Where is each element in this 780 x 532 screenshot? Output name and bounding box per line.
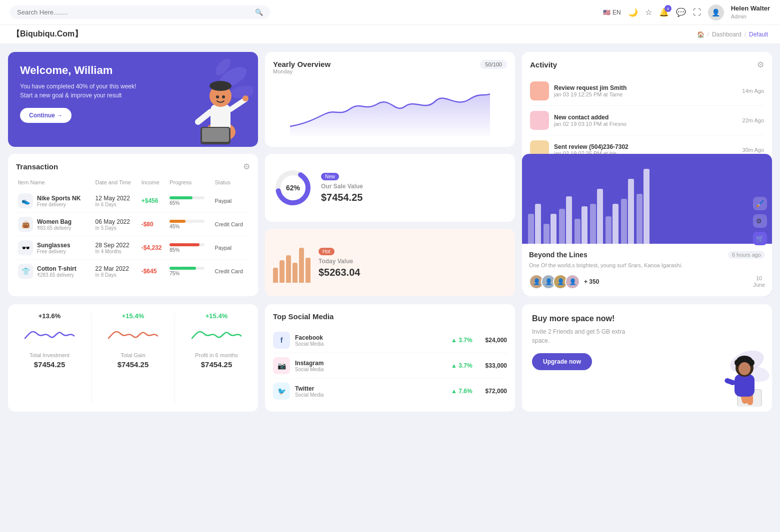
today-value: $5263.04 bbox=[318, 267, 360, 278]
item-name: Cotton T-shirt bbox=[37, 265, 76, 272]
activity-item-sub: jan 03 19 12:25 PM at Tame bbox=[554, 91, 738, 97]
table-header-row: Item Name Date and Time Income Progress … bbox=[16, 177, 250, 189]
sep1: / bbox=[708, 31, 709, 38]
user-name: Helen Walter bbox=[731, 4, 770, 13]
beyond-desc: One Of the world,s brightest, young surf… bbox=[529, 262, 765, 269]
top-navigation: 🔍 🇺🇸 EN 🌙 ☆ 🔔 4 💬 ⛶ 👤 Helen Walter Admin bbox=[0, 0, 780, 25]
bar-group-1 bbox=[528, 204, 541, 244]
user-avatar[interactable]: 👤 bbox=[708, 4, 724, 20]
stat-investment-pct: +13.6% bbox=[16, 312, 83, 320]
income-value: -$4,232 bbox=[142, 244, 162, 251]
today-info: Hot Today Value $5263.04 bbox=[318, 247, 360, 278]
social-item: 🐦 Twitter Social Media ▲ 7.6% $72,000 bbox=[273, 379, 507, 404]
activity-settings-icon[interactable]: ⚙ bbox=[757, 60, 764, 69]
income-value: -$645 bbox=[142, 268, 157, 275]
topnav-right: 🇺🇸 EN 🌙 ☆ 🔔 4 💬 ⛶ 👤 Helen Walter Admin bbox=[603, 4, 770, 20]
upgrade-button[interactable]: Upgrade now bbox=[532, 353, 592, 370]
social-sub: Social Media bbox=[295, 341, 324, 347]
progress-cell: 75% bbox=[168, 260, 212, 283]
svg-point-9 bbox=[210, 81, 232, 91]
activity-item-title: Review request jim Smith bbox=[554, 84, 738, 91]
dark-mode-toggle[interactable]: 🌙 bbox=[628, 7, 638, 17]
item-cell: 👜 Women Bag ₹83.65 delivery bbox=[16, 213, 94, 236]
chart-cart-icon[interactable]: 🛒 bbox=[753, 232, 767, 245]
bar-group-2 bbox=[544, 214, 556, 244]
date-badge: 10 June bbox=[753, 275, 765, 288]
stat-investment-value: $7454.25 bbox=[16, 360, 83, 369]
table-row: 👜 Women Bag ₹83.65 delivery 06 May 2022 … bbox=[16, 213, 250, 236]
income-cell: -$4,232 bbox=[140, 236, 168, 260]
social-val: $72,000 bbox=[486, 388, 507, 395]
progress-cell: 65% bbox=[168, 189, 212, 213]
today-title: Today Value bbox=[318, 258, 360, 265]
date-cell: 22 Mar 2022 In 8 Days bbox=[94, 260, 140, 283]
item-name: Women Bag bbox=[37, 218, 72, 225]
fullscreen-icon[interactable]: ⛶ bbox=[693, 8, 701, 17]
search-input[interactable] bbox=[17, 8, 251, 16]
bookmark-icon[interactable]: ☆ bbox=[645, 7, 652, 17]
activity-thumb bbox=[530, 111, 549, 130]
days-value: In 5 Days bbox=[96, 225, 138, 231]
user-info: Helen Walter Admin bbox=[731, 4, 770, 20]
date-value: 06 May 2022 bbox=[96, 218, 138, 225]
yearly-header: Yearly Overview Monday 50/100 bbox=[273, 60, 507, 79]
search-box[interactable]: 🔍 bbox=[10, 5, 270, 19]
bar-group-5 bbox=[590, 189, 603, 244]
social-list: f Facebook Social Media ▲ 3.7% $24,000 📷… bbox=[273, 328, 507, 404]
table-row: 🕶️ Sunglasses Free delivery 28 Sep 2022 … bbox=[16, 236, 250, 260]
transaction-settings-icon[interactable]: ⚙ bbox=[243, 162, 250, 171]
date-cell: 28 Sep 2022 In 4 Months bbox=[94, 236, 140, 260]
activity-item-title: New contact added bbox=[554, 114, 738, 121]
activity-time: 14m Ago bbox=[742, 88, 764, 94]
stat-gain-pct: +15.4% bbox=[100, 312, 166, 320]
transaction-header: Transaction ⚙ bbox=[16, 162, 250, 171]
col-progress: Progress bbox=[168, 177, 212, 189]
sale-info: New Our Sale Value $7454.25 bbox=[321, 172, 363, 203]
breadcrumb-dashboard[interactable]: Dashboard bbox=[712, 31, 742, 38]
chart-brush-icon[interactable]: 🖌️ bbox=[753, 197, 767, 210]
progress-label: 85% bbox=[170, 247, 210, 253]
notifications-bell[interactable]: 🔔 4 bbox=[659, 7, 669, 17]
chart-gear-icon[interactable]: ⚙ bbox=[753, 214, 767, 228]
main-grid: Welcome, William You have completed 40% … bbox=[0, 44, 780, 304]
col-status: Status bbox=[213, 177, 250, 189]
continue-button[interactable]: Continue → bbox=[20, 108, 72, 123]
progress-label: 65% bbox=[170, 200, 210, 206]
social-name: Facebook bbox=[295, 334, 324, 341]
social-title: Top Social Media bbox=[273, 312, 507, 321]
activity-list: Review request jim Smith jan 03 19 12:25… bbox=[530, 76, 764, 164]
brand-logo[interactable]: 【Biqubiqu.Com】 bbox=[12, 29, 82, 39]
status-cell: Paypal bbox=[213, 189, 250, 213]
stat-investment: +13.6% Total Investment $7454.25 bbox=[16, 312, 83, 404]
svg-rect-22 bbox=[734, 374, 754, 397]
col-item: Item Name bbox=[16, 177, 94, 189]
beyond-bottom: 👤 👤 👤 👤 + 350 10 June bbox=[529, 274, 765, 289]
social-name: Twitter bbox=[295, 385, 324, 392]
sale-title: Our Sale Value bbox=[321, 183, 363, 190]
progress-label: 75% bbox=[170, 271, 210, 276]
home-icon[interactable]: 🏠 bbox=[697, 31, 704, 38]
status-cell: Credit Card bbox=[213, 260, 250, 283]
svg-rect-11 bbox=[202, 128, 229, 142]
social-sub: Social Media bbox=[295, 367, 324, 372]
language-selector[interactable]: 🇺🇸 EN bbox=[603, 9, 621, 16]
svg-point-13 bbox=[222, 95, 225, 98]
social-pct: ▲ 3.7% bbox=[451, 362, 472, 369]
notification-badge: 4 bbox=[664, 5, 672, 12]
bar-group-7 bbox=[621, 179, 634, 244]
activity-item-title: Sent review (504)236-7302 bbox=[554, 143, 738, 150]
yearly-title: Yearly Overview bbox=[273, 60, 330, 68]
income-cell: -$645 bbox=[140, 260, 168, 283]
stat-profit-wave bbox=[192, 324, 242, 349]
yearly-chart bbox=[273, 81, 507, 136]
bottom-row: +13.6% Total Investment $7454.25 +15.4% … bbox=[0, 304, 780, 420]
activity-header: Activity ⚙ bbox=[530, 60, 764, 69]
date-cell: 06 May 2022 In 5 Days bbox=[94, 213, 140, 236]
activity-time: 30m Ago bbox=[742, 147, 764, 153]
messages-icon[interactable]: 💬 bbox=[676, 7, 686, 17]
income-cell: -$80 bbox=[140, 213, 168, 236]
social-logo: 📷 bbox=[273, 357, 290, 374]
today-value-card: Hot Today Value $5263.04 bbox=[265, 229, 515, 297]
breadcrumb-current: Default bbox=[749, 31, 768, 38]
activity-title: Activity bbox=[530, 60, 557, 69]
